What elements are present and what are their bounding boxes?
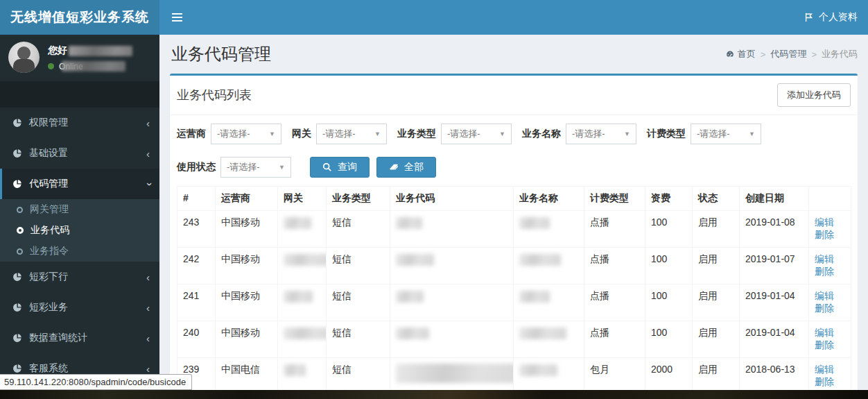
filter-field-业务类型: 业务类型-请选择-▼ xyxy=(397,124,512,144)
breadcrumb-separator: > xyxy=(811,49,817,60)
delete-link[interactable]: 删除 xyxy=(815,339,834,350)
column-header: 运营商 xyxy=(216,187,278,211)
sidebar-item-短彩业务[interactable]: 短彩业务‹ xyxy=(0,292,159,323)
selected-value: -请选择- xyxy=(217,128,250,140)
sidebar: 您好 Online 权限管理‹基础设置‹代码管理‹网关管理业务代码业务指令短彩下… xyxy=(0,35,159,399)
cell-id: 241 xyxy=(177,285,216,321)
pie-chart-icon xyxy=(12,272,29,282)
cell-actions: 编辑 删除 xyxy=(809,285,851,321)
sidebar-item-权限管理[interactable]: 权限管理‹ xyxy=(0,108,159,138)
submenu-item-业务代码[interactable]: 业务代码 xyxy=(0,220,159,241)
column-header: # xyxy=(177,187,216,211)
profile-menu[interactable]: 个人资料 xyxy=(794,0,868,35)
cell-billing: 点播 xyxy=(584,285,645,321)
delete-link[interactable]: 删除 xyxy=(815,303,834,314)
desktop-wallpaper-strip xyxy=(0,390,868,399)
delete-link[interactable]: 删除 xyxy=(815,376,834,387)
redacted-cell-content xyxy=(519,291,550,303)
edit-link[interactable]: 编辑 xyxy=(815,253,834,264)
user-greeting: 您好 xyxy=(48,44,67,57)
filter-label: 运营商 xyxy=(177,128,206,140)
column-header xyxy=(809,187,851,211)
redacted-username xyxy=(69,46,132,56)
breadcrumb-home-link[interactable]: 首页 xyxy=(726,48,756,60)
cell-status: 启用 xyxy=(693,358,740,395)
main-content: 业务代码管理 首页 > 代码管理 > 业务代码 业务代码列表 xyxy=(159,35,868,399)
cell-fee: 100 xyxy=(645,211,693,248)
filter-select-使用状态[interactable]: -请选择-▼ xyxy=(220,157,291,178)
page-title: 业务代码管理 xyxy=(171,43,271,65)
cell-billing: 包月 xyxy=(584,358,645,395)
cell-gateway xyxy=(278,358,327,395)
box-body: 运营商-请选择-▼网关-请选择-▼业务类型-请选择-▼业务名称-请选择-▼计费类… xyxy=(170,115,858,399)
edit-link[interactable]: 编辑 xyxy=(815,327,834,338)
profile-label: 个人资料 xyxy=(819,11,858,24)
business-code-table: #运营商网关业务类型业务代码业务名称计费类型资费状态创建日期 243中国移动短信… xyxy=(177,186,851,399)
chevron-down-icon: ‹ xyxy=(143,182,153,186)
edit-link[interactable]: 编辑 xyxy=(815,290,834,301)
cell-created: 2018-06-13 xyxy=(740,358,809,395)
edit-link[interactable]: 编辑 xyxy=(815,217,834,228)
user-panel: 您好 Online xyxy=(0,35,159,81)
search-icon xyxy=(322,162,332,172)
redacted-cell-content xyxy=(284,217,311,229)
cell-fee: 100 xyxy=(645,248,693,285)
breadcrumb-home-label: 首页 xyxy=(738,48,756,60)
cell-name xyxy=(514,211,584,248)
filter-select-网关[interactable]: -请选择-▼ xyxy=(316,124,387,144)
cell-type: 短信 xyxy=(327,358,390,395)
redacted-cell-content xyxy=(396,217,422,229)
sidebar-toggle-icon[interactable] xyxy=(159,0,195,35)
sidebar-item-代码管理[interactable]: 代码管理‹ xyxy=(0,169,159,199)
cell-type: 短信 xyxy=(327,248,390,285)
caret-down-icon: ▼ xyxy=(374,130,381,137)
chevron-left-icon: ‹ xyxy=(146,148,150,159)
cell-name xyxy=(514,358,584,395)
filter-select-业务类型[interactable]: -请选择-▼ xyxy=(441,124,512,144)
submenu-item-label: 网关管理 xyxy=(30,203,69,216)
avatar xyxy=(8,42,40,73)
sidebar-item-短彩下行[interactable]: 短彩下行‹ xyxy=(0,262,159,292)
cell-actions: 编辑 删除 xyxy=(809,321,851,358)
sidebar-item-label: 短彩业务 xyxy=(29,301,146,314)
filter-field-计费类型: 计费类型-请选择-▼ xyxy=(647,124,761,144)
filter-field-网关: 网关-请选择-▼ xyxy=(292,124,387,144)
edit-link[interactable]: 编辑 xyxy=(815,364,834,375)
cell-name xyxy=(514,321,584,358)
column-header: 业务代码 xyxy=(390,187,514,211)
delete-link[interactable]: 删除 xyxy=(815,229,834,240)
delete-link[interactable]: 删除 xyxy=(815,266,834,277)
column-header: 网关 xyxy=(278,187,327,211)
filter-select-运营商[interactable]: -请选择-▼ xyxy=(211,124,281,144)
breadcrumb: 首页 > 代码管理 > 业务代码 xyxy=(726,48,858,60)
content-header: 业务代码管理 首页 > 代码管理 > 业务代码 xyxy=(170,40,858,74)
submenu-item-业务指令[interactable]: 业务指令 xyxy=(0,241,159,262)
box-header: 业务代码列表 添加业务代码 xyxy=(170,76,858,115)
breadcrumb-link-code-mgmt[interactable]: 代码管理 xyxy=(770,48,806,60)
cell-carrier: 中国移动 xyxy=(216,248,278,285)
filter-select-计费类型[interactable]: -请选择-▼ xyxy=(691,124,761,144)
cell-billing: 点播 xyxy=(584,211,645,248)
caret-down-icon: ▼ xyxy=(749,130,755,137)
all-button[interactable]: 全部 xyxy=(376,157,436,178)
filter-field-使用状态: 使用状态-请选择-▼ xyxy=(177,157,291,178)
submenu-item-网关管理[interactable]: 网关管理 xyxy=(0,199,159,220)
add-business-code-button[interactable]: 添加业务代码 xyxy=(777,83,851,107)
cell-carrier: 中国移动 xyxy=(216,285,278,321)
sidebar-item-label: 基础设置 xyxy=(29,147,146,160)
sidebar-item-label: 代码管理 xyxy=(29,178,146,190)
cell-gateway xyxy=(278,211,327,248)
table-row: 240中国移动短信点播100启用2019-01-04编辑 删除 xyxy=(177,321,851,358)
search-button-label: 查询 xyxy=(338,161,357,173)
cell-status: 启用 xyxy=(693,211,740,248)
filter-select-业务名称[interactable]: -请选择-▼ xyxy=(566,124,636,144)
caret-down-icon: ▼ xyxy=(269,130,275,137)
sidebar-item-数据查询统计[interactable]: 数据查询统计‹ xyxy=(0,323,159,353)
redacted-cell-content xyxy=(284,291,313,303)
submenu-代码管理: 网关管理业务代码业务指令 xyxy=(0,199,159,262)
sidebar-item-基础设置[interactable]: 基础设置‹ xyxy=(0,138,159,169)
search-button[interactable]: 查询 xyxy=(310,157,370,178)
pie-chart-icon xyxy=(12,364,29,373)
pie-chart-icon xyxy=(12,148,29,158)
redacted-cell-content xyxy=(519,364,557,376)
